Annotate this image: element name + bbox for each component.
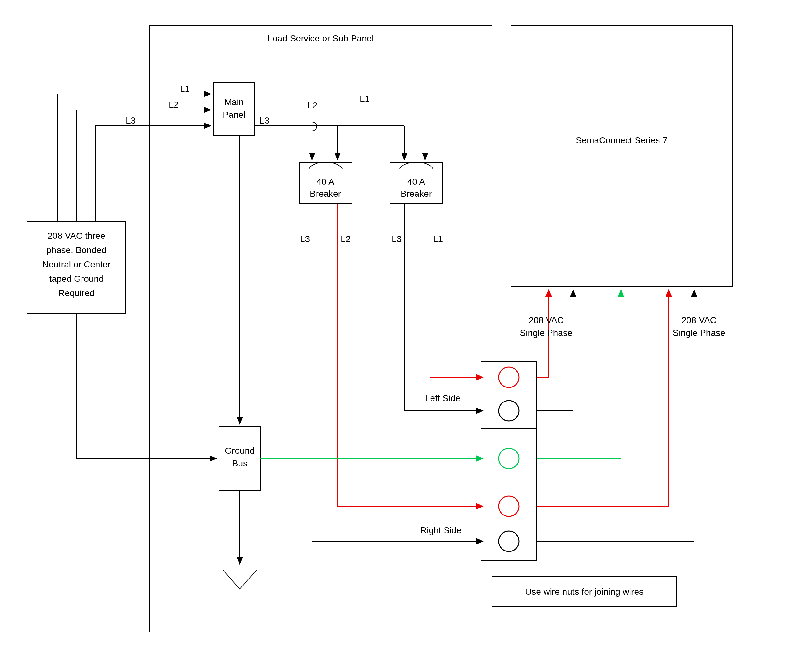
terminal-L1-left [499, 367, 519, 387]
left-side-label: Left Side [425, 393, 460, 403]
label-src-L2: L2 [169, 100, 179, 110]
breaker-left-line2: Breaker [310, 189, 341, 199]
terminal-L2-right [499, 496, 519, 516]
label-bl-L3: L3 [300, 234, 310, 244]
main-panel-line1: Main [224, 97, 244, 107]
volt-left-2: Single Phase [520, 328, 572, 338]
panel-title: Load Service or Sub Panel [267, 33, 374, 43]
breaker-left-line1: 40 A [316, 177, 334, 187]
wire-br-L1-out [430, 204, 483, 377]
breaker-right-line2: Breaker [401, 189, 432, 199]
wire-src-L2 [77, 110, 210, 221]
ground-bus-line2: Bus [232, 459, 247, 468]
terminal-L3-right [499, 531, 519, 551]
wire-mp-L2-hop [312, 122, 316, 131]
wiring-diagram: Load Service or Sub Panel 208 VAC three … [0, 0, 812, 668]
terminal-L3-left [499, 401, 519, 421]
main-panel-box [213, 83, 255, 135]
terminal-ground [499, 448, 519, 469]
wire-neutral-to-gnd [77, 427, 216, 459]
junction-box-upper [481, 361, 536, 428]
ground-symbol [223, 570, 257, 589]
label-br-L1: L1 [433, 234, 443, 244]
label-src-L1: L1 [180, 84, 190, 94]
label-mp-L3: L3 [259, 115, 269, 125]
label-mp-L2: L2 [307, 100, 317, 110]
volt-right-2: Single Phase [673, 328, 725, 338]
wire-src-L3 [95, 126, 210, 221]
charger-box [511, 25, 732, 287]
wire-src-L1 [57, 94, 210, 221]
source-line3: Neutral or Center [42, 259, 111, 269]
label-bl-L2: L2 [341, 234, 351, 244]
ground-bus-line1: Ground [225, 446, 254, 456]
volt-left-1: 208 VAC [529, 315, 564, 325]
source-line1: 208 VAC three [47, 231, 105, 241]
label-src-L3: L3 [126, 115, 135, 125]
source-line5: Required [58, 288, 95, 298]
wire-mp-L1 [255, 94, 425, 159]
volt-right-1: 208 VAC [682, 315, 717, 325]
junction-box-full [481, 361, 536, 560]
charger-title: SemaConnect Series 7 [576, 135, 667, 145]
wire-term-L3l-up [536, 291, 573, 411]
main-panel-line2: Panel [222, 110, 246, 120]
source-line4: taped Ground [49, 274, 104, 284]
breaker-right-line1: 40 A [407, 177, 425, 187]
label-mp-L1: L1 [360, 94, 370, 104]
wire-nuts-text: Use wire nuts for joining wires [525, 587, 643, 597]
right-side-label: Right Side [420, 525, 461, 535]
source-line2: phase, Bonded [47, 245, 106, 255]
label-br-L3: L3 [392, 234, 401, 244]
wire-bl-L2-out [337, 204, 483, 506]
wire-br-L3-out [404, 204, 483, 411]
